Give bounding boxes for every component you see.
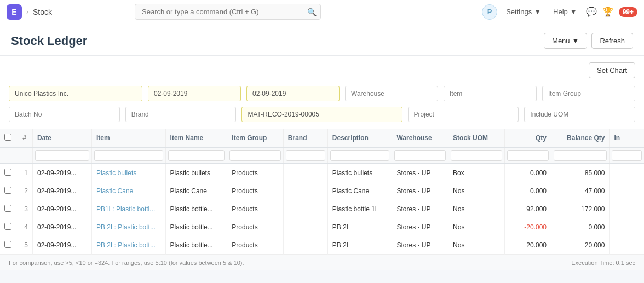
page-header: Stock Ledger Menu ▼ Refresh [0,24,644,56]
row-number: 1 [16,164,33,182]
filter-qty-input[interactable] [507,150,549,161]
filter-date-input[interactable] [35,150,89,161]
warehouse-filter[interactable] [345,86,438,101]
th-filter-in [610,147,644,164]
set-chart-button[interactable]: Set Chart [589,62,635,78]
row-number: 5 [16,236,33,255]
avatar[interactable]: P [482,4,497,20]
cell-qty: 0.000 [504,164,551,182]
row-checkbox[interactable] [4,241,12,248]
select-all-checkbox[interactable] [4,134,12,141]
app-icon[interactable]: E [7,4,22,20]
cell-balance: 0.000 [551,218,610,236]
row-checkbox[interactable] [4,205,12,212]
from-date-filter[interactable] [148,86,241,101]
th-filter-description [327,147,392,164]
cell-date: 02-09-2019... [33,218,92,236]
cell-warehouse: Stores - UP [392,200,449,218]
help-chevron-icon: ▼ [570,8,577,16]
row-number: 2 [16,182,33,200]
cell-item-name: Plastic Cane [165,182,227,200]
brand-filter[interactable] [125,107,237,122]
cell-qty: 20.000 [504,236,551,255]
cell-item-name: Plastic bottle... [165,236,227,255]
cell-description: Plastic Cane [327,182,392,200]
th-filter-balance [551,147,610,164]
notification-badge[interactable]: 99+ [619,7,637,17]
cell-date: 02-09-2019... [33,182,92,200]
cell-description: Plastic bullets [327,164,392,182]
row-number: 4 [16,218,33,236]
th-description: Description [327,129,392,147]
th-balance-qty: Balance Qty [551,129,610,147]
breadcrumb-chevron: › [26,8,28,16]
to-date-filter[interactable] [246,86,340,101]
filter-row-1 [9,86,635,101]
batch-no-filter[interactable] [9,107,120,122]
search-input[interactable] [135,4,321,20]
help-button[interactable]: Help ▼ [550,5,580,18]
cell-date: 02-09-2019... [33,236,92,255]
execution-time: Execution Time: 0.1 sec [571,259,635,266]
item-filter[interactable] [444,86,537,101]
th-filter-qty [504,147,551,164]
cell-warehouse: Stores - UP [392,182,449,200]
cell-qty: 0.000 [504,182,551,200]
filter-warehouse-input[interactable] [394,150,446,161]
voucher-no-filter[interactable] [242,107,402,122]
settings-button[interactable]: Settings ▼ [503,5,544,18]
chat-icon[interactable]: 💬 [586,7,597,17]
table-row: 1 02-09-2019... Plastic bullets Plastic … [0,164,644,182]
cell-item-group: Products [227,218,283,236]
row-checkbox[interactable] [4,223,12,230]
th-filter-num [16,147,33,164]
cell-item[interactable]: Plastic Cane [91,182,165,200]
filter-balance-input[interactable] [554,150,607,161]
company-filter[interactable] [9,86,142,101]
cell-uom: Box [449,164,504,182]
trophy-icon[interactable]: 🏆 [602,7,613,17]
cell-balance: 85.000 [551,164,610,182]
footer-hint: For comparison, use >5, <10 or =324. For… [9,259,244,266]
project-filter[interactable] [408,107,519,122]
cell-item[interactable]: PB1L: Plastic bottl... [91,200,165,218]
row-checkbox[interactable] [4,169,12,176]
filter-description-input[interactable] [330,150,390,161]
cell-item-group: Products [227,200,283,218]
table-header-row: # Date Item Item Name Item Group Brand D… [0,129,644,147]
cell-item[interactable]: Plastic bullets [91,164,165,182]
cell-item-name: Plastic bottle... [165,200,227,218]
cell-brand [283,218,327,236]
cell-description: PB 2L [327,236,392,255]
table-row: 3 02-09-2019... PB1L: Plastic bottl... P… [0,200,644,218]
th-qty: Qty [504,129,551,147]
top-navigation: E › Stock 🔍 P Settings ▼ Help ▼ 💬 🏆 99+ [0,0,644,24]
menu-button[interactable]: Menu ▼ [544,33,587,49]
cell-description: Plastic bottle 1L [327,200,392,218]
filter-in-input[interactable] [612,150,642,161]
th-item: Item [91,129,165,147]
cell-item[interactable]: PB 2L: Plastic bott... [91,236,165,255]
th-filter-uom [449,147,504,164]
row-checkbox[interactable] [4,187,12,194]
include-uom-filter[interactable] [524,107,635,122]
row-checkbox-cell [0,218,16,236]
th-filter-warehouse [392,147,449,164]
header-actions: Menu ▼ Refresh [544,33,633,49]
filter-item-input[interactable] [94,150,163,161]
table-body: 1 02-09-2019... Plastic bullets Plastic … [0,164,644,255]
cell-warehouse: Stores - UP [392,164,449,182]
cell-item[interactable]: PB 2L: Plastic bott... [91,218,165,236]
item-group-filter[interactable] [542,86,635,101]
cell-warehouse: Stores - UP [392,236,449,255]
filter-item-name-input[interactable] [168,150,225,161]
cell-in [610,182,644,200]
th-date: Date [33,129,92,147]
th-filter-item-name [165,147,227,164]
cell-balance: 20.000 [551,236,610,255]
filter-uom-input[interactable] [451,150,502,161]
stock-ledger-table: # Date Item Item Name Item Group Brand D… [0,129,644,255]
filter-brand-input[interactable] [286,150,325,161]
refresh-button[interactable]: Refresh [591,33,633,49]
filter-item-group-input[interactable] [229,150,280,161]
